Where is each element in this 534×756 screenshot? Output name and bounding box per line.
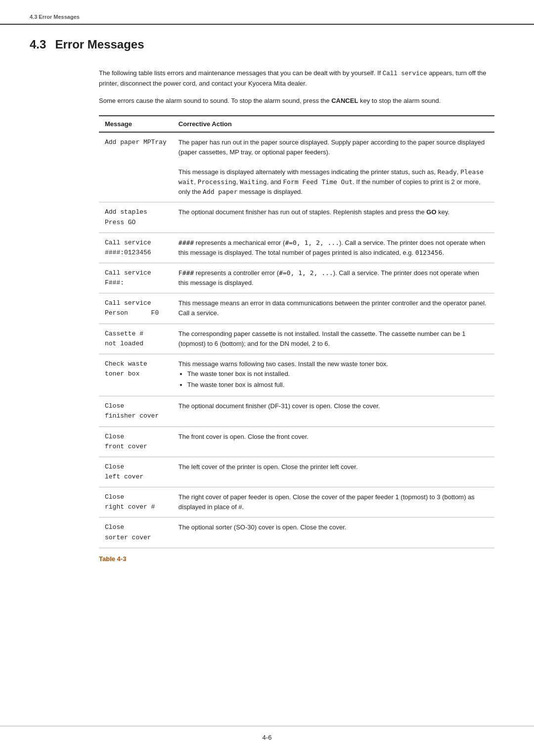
message-cell: Close right cover # (99, 487, 173, 518)
table-row: Close finisher cover The optional docume… (99, 396, 494, 426)
col-header-action: Corrective Action (173, 116, 494, 132)
content: 4.3 Error Messages The following table l… (0, 0, 534, 602)
table-row: Call service F###: F### represents a con… (99, 263, 494, 293)
message-cell: Cassette # not loaded (99, 324, 173, 354)
table-row: Close right cover # The right cover of p… (99, 487, 494, 518)
message-cell: Close left cover (99, 457, 173, 487)
message-cell: Close finisher cover (99, 396, 173, 426)
table-row: Add paper MPTray The paper has run out i… (99, 132, 494, 202)
table-row: Cassette # not loaded The corresponding … (99, 324, 494, 354)
action-cell: The optional document finisher has run o… (173, 202, 494, 233)
message-cell: Call service Person F0 (99, 293, 173, 324)
message-cell: Add staples Press GO (99, 202, 173, 233)
table-row: Close front cover The front cover is ope… (99, 426, 494, 457)
action-cell: The optional sorter (SO-30) cover is ope… (173, 518, 494, 548)
table-row: Call service ####:0123456 #### represent… (99, 233, 494, 263)
top-rule (0, 24, 534, 25)
list-item: The waste toner box is almost full. (187, 380, 489, 390)
message-cell: Check waste toner box (99, 354, 173, 396)
message-cell: Close front cover (99, 426, 173, 457)
action-cell: The front cover is open. Close the front… (173, 426, 494, 457)
message-cell: Call service F###: (99, 263, 173, 293)
table-caption: Table 4-3 (99, 555, 504, 563)
action-cell: This message warns following two cases. … (173, 354, 494, 396)
table-row: Close left cover The left cover of the p… (99, 457, 494, 487)
table-row: Close sorter cover The optional sorter (… (99, 518, 494, 548)
table-row: Check waste toner box This message warns… (99, 354, 494, 396)
intro-paragraph-1: The following table lists errors and mai… (99, 68, 504, 89)
message-cell: Close sorter cover (99, 518, 173, 548)
action-cell: The left cover of the printer is open. C… (173, 457, 494, 487)
table-row: Call service Person F0 This message mean… (99, 293, 494, 324)
action-cell: #### represents a mechanical error (#=0,… (173, 233, 494, 263)
table-row: Add staples Press GO The optional docume… (99, 202, 494, 233)
col-header-message: Message (99, 116, 173, 132)
action-cell: The optional document finisher (DF-31) c… (173, 396, 494, 426)
bottom-rule (0, 726, 534, 726)
page-container: 4.3 Error Messages 4.3 Error Messages Th… (0, 0, 534, 756)
action-cell: F### represents a controller error (#=0,… (173, 263, 494, 293)
section-number: 4.3 (30, 38, 46, 51)
intro-paragraph-2: Some errors cause the alarm sound to sou… (99, 96, 504, 106)
action-cell: The corresponding paper cassette is not … (173, 324, 494, 354)
section-title: Error Messages (55, 38, 144, 51)
breadcrumb: 4.3 Error Messages (30, 14, 80, 20)
action-cell: This message means an error in data comm… (173, 293, 494, 324)
list-item: The waste toner box is not installed. (187, 369, 489, 379)
message-cell: Call service ####:0123456 (99, 233, 173, 263)
error-table: Message Corrective Action Add paper MPTr… (99, 115, 494, 548)
message-cell: Add paper MPTray (99, 132, 173, 202)
section-header: 4.3 Error Messages (30, 38, 504, 54)
action-cell: The paper has run out in the paper sourc… (173, 132, 494, 202)
action-cell: The right cover of paper feeder is open.… (173, 487, 494, 518)
page-number: 4-6 (263, 734, 272, 741)
